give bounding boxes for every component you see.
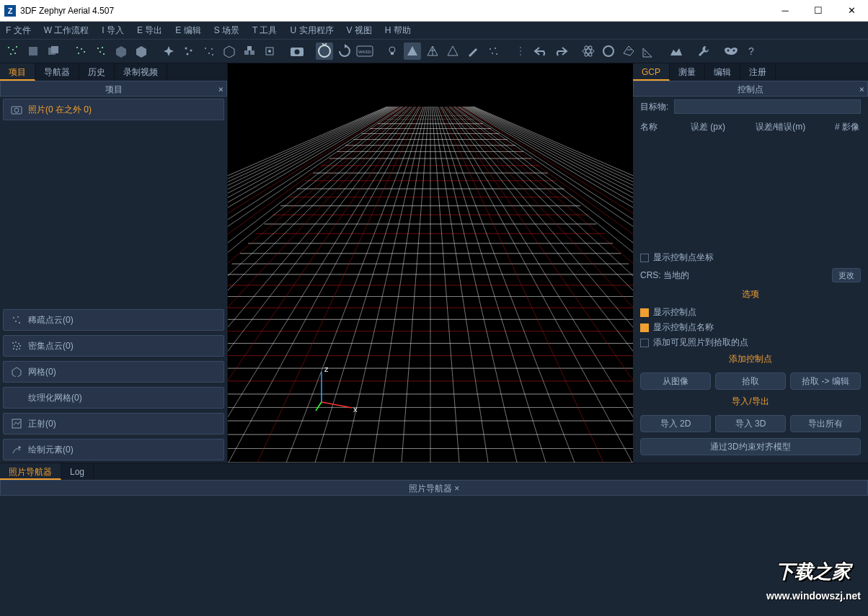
- tree-textured[interactable]: 纹理化网格(0): [3, 387, 224, 409]
- tab-measure[interactable]: 测量: [670, 63, 705, 81]
- maximize-button[interactable]: ☐: [802, 0, 835, 22]
- cp-list[interactable]: [633, 138, 868, 250]
- tab-project[interactable]: 项目: [0, 63, 35, 81]
- tool-cube1-icon[interactable]: [25, 43, 42, 60]
- tree-ortho-label: 正射(0): [28, 418, 56, 430]
- tab-navigator[interactable]: 导航器: [35, 63, 79, 81]
- btn-align-3d[interactable]: 通过3D约束对齐模型: [640, 438, 861, 455]
- svg-rect-5: [29, 47, 37, 55]
- svg-point-60: [19, 345, 21, 347]
- opt-add-visible-label: 添加可见照片到拾取的点: [653, 336, 748, 349]
- cp-panel-close-icon[interactable]: ×: [859, 81, 864, 97]
- svg-point-9: [81, 48, 82, 50]
- checkbox-show-cp-names[interactable]: [640, 323, 649, 332]
- textured-icon: [11, 392, 22, 403]
- tab-photo-nav[interactable]: 照片导航器: [0, 463, 61, 480]
- menu-workflow[interactable]: W 工作流程: [44, 24, 89, 37]
- menu-view[interactable]: V 视图: [347, 24, 372, 37]
- tool-light-icon[interactable]: [384, 43, 401, 60]
- tool-dots-sep-icon[interactable]: [512, 43, 529, 60]
- tree-sparse[interactable]: 稀疏点云(0): [3, 309, 224, 331]
- tool-cube2-icon[interactable]: [112, 43, 130, 60]
- project-panel-title: 项目 ×: [0, 81, 227, 97]
- minimize-button[interactable]: ─: [769, 0, 802, 22]
- tool-rotate-icon[interactable]: [336, 43, 353, 60]
- tool-wasd-icon[interactable]: WASD: [356, 43, 373, 60]
- svg-point-55: [12, 342, 14, 344]
- photo-nav-close-icon[interactable]: ×: [454, 483, 459, 494]
- checkbox-add-visible[interactable]: [640, 339, 649, 347]
- tool-cube4-icon[interactable]: [221, 43, 238, 60]
- tool-atom-icon[interactable]: [580, 43, 597, 60]
- tool-camera-icon[interactable]: [288, 43, 306, 60]
- svg-point-17: [190, 50, 192, 52]
- sparse-icon: [11, 314, 22, 326]
- mesh-icon: [11, 366, 22, 378]
- tree-photos[interactable]: 照片(0 在之外 0): [3, 99, 224, 120]
- svg-point-41: [520, 54, 521, 55]
- tool-layers-icon[interactable]: [45, 43, 62, 60]
- tool-redo-icon[interactable]: [552, 43, 570, 60]
- tool-dots2-icon[interactable]: [72, 43, 89, 60]
- btn-pick[interactable]: 拾取: [715, 372, 786, 390]
- tool-undo-icon[interactable]: [532, 43, 549, 60]
- btn-from-image[interactable]: 从图像: [640, 372, 711, 390]
- tool-terrain-icon[interactable]: [668, 43, 685, 60]
- tab-log[interactable]: Log: [61, 463, 94, 480]
- tool-dots3-icon[interactable]: [92, 43, 110, 60]
- tool-shader1-icon[interactable]: [404, 43, 421, 60]
- tool-cubes-icon[interactable]: [241, 43, 258, 60]
- tool-sparkle2-icon[interactable]: [180, 43, 198, 60]
- tool-shader2-icon[interactable]: [424, 43, 441, 60]
- grid-3d: z x: [228, 63, 633, 463]
- btn-export-all[interactable]: 导出所有: [790, 415, 861, 432]
- svg-point-57: [18, 343, 19, 344]
- tab-register[interactable]: 注册: [740, 63, 776, 81]
- tab-gcp[interactable]: GCP: [633, 63, 670, 81]
- tool-circle-icon[interactable]: [600, 43, 617, 60]
- menu-help[interactable]: H 帮助: [385, 24, 411, 37]
- tab-history[interactable]: 历史: [79, 63, 115, 81]
- menu-tools[interactable]: T 工具: [252, 24, 277, 37]
- menu-edit[interactable]: E 编辑: [175, 24, 200, 37]
- tree-mesh-label: 网格(0): [28, 366, 56, 378]
- tool-sparkle3-icon[interactable]: [200, 43, 218, 60]
- checkbox-show-coords[interactable]: [640, 254, 649, 262]
- menu-utils[interactable]: U 实用程序: [291, 24, 334, 37]
- target-input[interactable]: [674, 99, 861, 114]
- tool-sparkle1-icon[interactable]: [160, 43, 177, 60]
- tool-ruler-icon[interactable]: [640, 43, 657, 60]
- btn-import-3d[interactable]: 导入 3D: [715, 415, 786, 432]
- btn-pick-edit[interactable]: 拾取 -> 编辑: [790, 372, 861, 390]
- tool-orbit-icon[interactable]: [316, 43, 333, 60]
- project-panel-close-icon[interactable]: ×: [218, 81, 223, 97]
- svg-text:?: ?: [748, 45, 754, 57]
- tool-dots1-icon[interactable]: [4, 43, 22, 60]
- viewport[interactable]: z x (function(){ const svg=document.quer…: [228, 63, 633, 463]
- btn-import-2d[interactable]: 导入 2D: [640, 415, 711, 432]
- menu-file[interactable]: F 文件: [6, 24, 31, 37]
- tool-plane-icon[interactable]: [620, 43, 637, 60]
- close-button[interactable]: ✕: [835, 0, 868, 22]
- tree-ortho[interactable]: 正射(0): [3, 413, 224, 434]
- tool-wrench-icon[interactable]: [695, 43, 712, 60]
- menu-scene[interactable]: S 场景: [214, 24, 239, 37]
- crs-change-button[interactable]: 更改: [832, 268, 861, 282]
- tool-sparkle4-icon[interactable]: [484, 43, 502, 60]
- tree-dense[interactable]: 密集点云(0): [3, 335, 224, 357]
- tool-help-icon[interactable]: ?: [743, 43, 760, 60]
- menu-export[interactable]: E 导出: [137, 24, 162, 37]
- checkbox-show-cp[interactable]: [640, 308, 649, 317]
- tree-mesh[interactable]: 网格(0): [3, 361, 224, 383]
- menu-import[interactable]: I 导入: [102, 24, 124, 37]
- tool-mask-icon[interactable]: [722, 43, 740, 60]
- tree-drawing[interactable]: 绘制元素(0): [3, 439, 224, 460]
- tool-brush-icon[interactable]: [464, 43, 482, 60]
- tool-cube3-icon[interactable]: [133, 43, 150, 60]
- svg-rect-24: [250, 50, 254, 55]
- tab-record[interactable]: 录制视频: [115, 63, 167, 81]
- show-coords-label: 显示控制点坐标: [653, 251, 714, 264]
- tool-shader3-icon[interactable]: [444, 43, 461, 60]
- tool-dotcube-icon[interactable]: [261, 43, 278, 60]
- tab-edit[interactable]: 编辑: [705, 63, 740, 81]
